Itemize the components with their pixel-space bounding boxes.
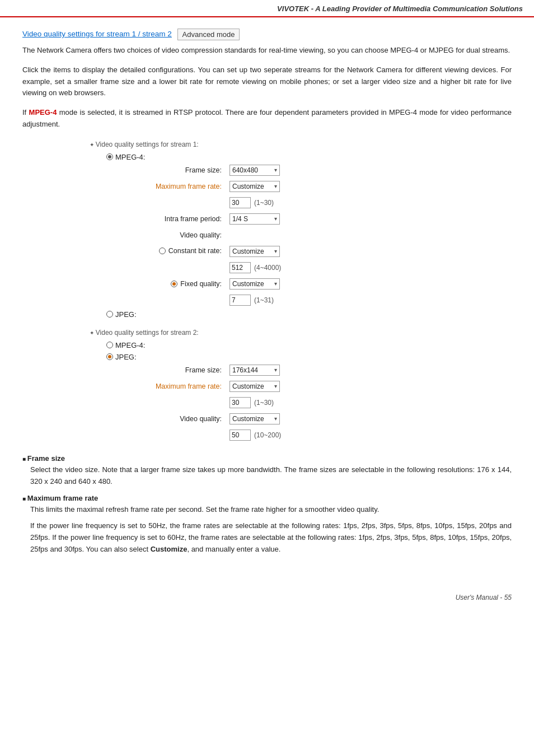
stream2-settings: Frame size: 176x144 Maximum frame rate: … <box>140 363 512 442</box>
stream1-intra-frame-row: Intra frame period: 1/4 S <box>140 212 512 226</box>
stream1-cbr-num-row: 512 (4~4000) <box>140 261 512 274</box>
para2-suffix: mode is selected, it is streamed in RTSP… <box>22 108 512 128</box>
legend-frame-size-title: Frame size <box>22 454 512 463</box>
stream2-vq-label: Video quality: <box>140 415 229 423</box>
stream1-frame-size-label: Frame size: <box>140 166 229 174</box>
stream1-cbr-label: Constant bit rate: <box>168 247 222 255</box>
stream1-fq-label: Fixed quality: <box>180 280 222 288</box>
legend-max-frame-rate: Maximum frame rate This limits the maxim… <box>22 494 512 555</box>
advanced-mode-button[interactable]: Advanced mode <box>177 29 240 40</box>
page-footer: User's Manual - 55 <box>0 590 534 605</box>
stream2-vq-row: Video quality: Customize <box>140 412 512 426</box>
stream2-mpeg4-radio[interactable] <box>106 342 113 348</box>
intro-paragraph: The Network Camera offers two choices of… <box>22 45 512 57</box>
stream1-frame-size-value: 640x480 <box>229 165 280 176</box>
stream1-fq-num-row: 7 (1~31) <box>140 293 512 307</box>
stream2-vq-select[interactable]: Customize <box>229 413 280 424</box>
stream2-jpeg-radio-row: JPEG: <box>106 353 512 361</box>
stream1-max-frame-rate-label: Maximum frame rate: <box>140 183 229 190</box>
stream2-max-frame-rate-select[interactable]: Customize <box>229 381 280 392</box>
legend-max-frame-rate-title: Maximum frame rate <box>22 494 512 502</box>
stream2-max-frame-rate-range: (1~30) <box>254 399 274 407</box>
stream1-section: Video quality settings for stream 1: MPE… <box>90 141 512 319</box>
stream1-max-frame-rate-input[interactable]: 30 <box>229 197 251 208</box>
legend-max-frame-rate-body: This limits the maximal refresh frame ra… <box>30 504 512 516</box>
para1: Click the items to display the detailed … <box>22 64 512 99</box>
stream2-mpeg4-label: MPEG-4: <box>115 341 145 349</box>
stream1-jpeg-group: JPEG: <box>106 310 512 319</box>
stream1-jpeg-label: JPEG: <box>115 310 137 319</box>
stream2-frame-size-row: Frame size: 176x144 <box>140 363 512 377</box>
stream2-jpeg-radio[interactable] <box>106 353 113 360</box>
stream1-cbr-range: (4~4000) <box>254 264 281 272</box>
stream1-max-frame-rate-row: Maximum frame rate: Customize <box>140 180 512 193</box>
para2: If MPEG-4 mode is selected, it is stream… <box>22 107 512 130</box>
footer-text: User's Manual - 55 <box>456 594 512 601</box>
legend-sub-bold: Customize <box>151 545 188 553</box>
page-wrapper: VIVOTEK - A Leading Provider of Multimed… <box>0 0 534 756</box>
legend-sub-end: , and manually enter a value. <box>187 545 280 553</box>
header-title: VIVOTEK - A Leading Provider of Multimed… <box>277 4 523 13</box>
stream2-max-frame-rate-row: Maximum frame rate: Customize <box>140 380 512 393</box>
stream2-max-frame-rate-label: Maximum frame rate: <box>140 382 229 390</box>
stream2-section: Video quality settings for stream 2: MPE… <box>90 329 512 442</box>
main-content: Video quality settings for stream 1 / st… <box>0 17 534 579</box>
stream1-frame-size-row: Frame size: 640x480 <box>140 164 512 177</box>
stream2-title: Video quality settings for stream 2: <box>90 329 512 337</box>
page-title-link[interactable]: Video quality settings for stream 1 / st… <box>22 30 172 38</box>
stream1-vq-label: Video quality: <box>140 231 229 239</box>
stream2-max-frame-rate-input[interactable]: 30 <box>229 397 251 408</box>
stream1-title: Video quality settings for stream 1: <box>90 141 512 148</box>
stream1-fq-row: Fixed quality: Customize <box>140 277 512 291</box>
stream1-fq-select[interactable]: Customize <box>229 278 280 290</box>
mpeg4-highlight: MPEG-4 <box>29 108 57 116</box>
stream2-vq-num-row: 50 (10~200) <box>140 428 512 442</box>
stream1-fq-range: (1~31) <box>254 296 274 304</box>
stream1-fq-radio[interactable] <box>171 281 177 287</box>
stream1-mpeg4-group: MPEG-4: Frame size: 640x480 Maximum fram… <box>106 153 512 307</box>
stream2-jpeg-label: JPEG: <box>115 353 137 361</box>
stream2-frame-size-label: Frame size: <box>140 366 229 374</box>
legend-frame-size-body: Select the video size. Note that a large… <box>30 464 512 488</box>
stream1-max-frame-rate-range: (1~30) <box>254 199 274 207</box>
stream1-max-frame-rate-select[interactable]: Customize <box>229 181 280 192</box>
stream1-intra-frame-label: Intra frame period: <box>140 215 229 223</box>
stream1-intra-frame-select[interactable]: 1/4 S <box>229 213 280 225</box>
stream1-jpeg-radio[interactable] <box>106 311 113 318</box>
title-row: Video quality settings for stream 1 / st… <box>22 29 512 40</box>
legend-max-frame-rate-sub: If the power line frequency is set to 50… <box>30 520 512 555</box>
stream2-vq-input[interactable]: 50 <box>229 430 251 441</box>
stream1-settings: Frame size: 640x480 Maximum frame rate: … <box>140 164 512 307</box>
stream2-mpeg4-group: MPEG-4: <box>106 341 512 349</box>
legend-section: Frame size Select the video size. Note t… <box>22 454 512 556</box>
stream1-cbr-input[interactable]: 512 <box>229 262 251 273</box>
stream2-frame-size-select[interactable]: 176x144 <box>229 365 280 376</box>
stream1-cbr-radio[interactable] <box>159 248 166 254</box>
stream2-jpeg-group: JPEG: Frame size: 176x144 Maximum frame … <box>106 353 512 442</box>
stream1-frame-size-select[interactable]: 640x480 <box>229 165 280 176</box>
stream1-cbr-row: Constant bit rate: Customize <box>140 245 512 258</box>
stream1-vq-label-row: Video quality: <box>140 228 512 242</box>
stream1-max-frame-rate-value: Customize <box>229 181 280 192</box>
legend-frame-size: Frame size Select the video size. Note t… <box>22 454 512 488</box>
stream1-fq-input[interactable]: 7 <box>229 295 251 306</box>
stream1-cbr-select[interactable]: Customize <box>229 246 280 257</box>
stream1-mpeg4-radio-row: MPEG-4: <box>106 153 512 161</box>
stream1-jpeg-radio-row: JPEG: <box>106 310 512 319</box>
stream2-vq-range: (10~200) <box>254 431 281 439</box>
stream1-mpeg4-radio[interactable] <box>106 153 113 160</box>
stream2-mpeg4-radio-row: MPEG-4: <box>106 341 512 349</box>
stream1-max-frame-rate-num-row: 30 (1~30) <box>140 196 512 209</box>
para2-prefix: If <box>22 108 29 116</box>
stream1-mpeg4-label: MPEG-4: <box>115 153 145 161</box>
page-header: VIVOTEK - A Leading Provider of Multimed… <box>0 0 534 17</box>
stream2-max-frame-rate-num-row: 30 (1~30) <box>140 396 512 409</box>
